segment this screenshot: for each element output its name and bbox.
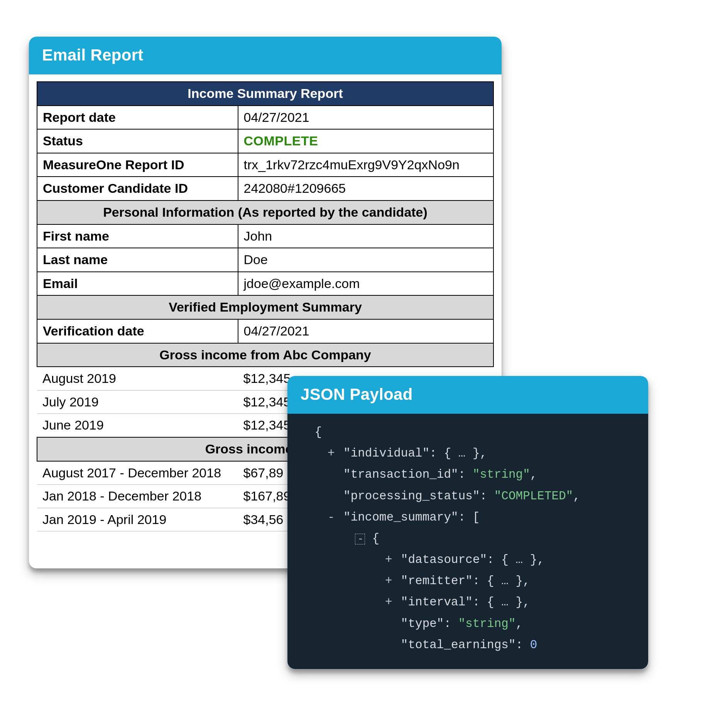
json-payload-body: { + "individual": { … }, "transaction_id… <box>287 414 648 669</box>
email-report-title: Email Report <box>29 37 502 74</box>
row-label: First name <box>37 224 238 248</box>
json-toggle-icon[interactable]: + <box>326 443 336 464</box>
section-personal-info: Personal Information (As reported by the… <box>37 201 493 224</box>
section-income-summary: Income Summary Report <box>37 82 493 106</box>
json-payload-panel: JSON Payload { + "individual": { … }, "t… <box>287 376 648 669</box>
row-label: July 2019 <box>37 390 238 414</box>
row-label: MeasureOne Report ID <box>37 153 238 177</box>
json-toggle-icon[interactable]: - <box>326 507 336 528</box>
row-value: COMPLETE <box>238 129 493 153</box>
row-label: Email <box>37 272 238 296</box>
row-label: Customer Candidate ID <box>37 177 238 201</box>
row-value: trx_1rkv72rzc4muExrg9V9Y2qxNo9n <box>238 153 493 177</box>
json-toggle-icon[interactable]: + <box>384 549 394 570</box>
row-value: John <box>238 224 493 248</box>
row-label: June 2019 <box>37 414 238 437</box>
row-label: Jan 2019 - April 2019 <box>37 508 238 531</box>
row-value: 242080#1209665 <box>238 177 493 201</box>
row-label: Report date <box>37 106 238 130</box>
row-value: 04/27/2021 <box>238 106 493 130</box>
row-label: Status <box>37 129 238 153</box>
json-toggle-icon[interactable]: - <box>355 534 365 544</box>
row-value: Doe <box>238 248 493 272</box>
row-value: jdoe@example.com <box>238 272 493 296</box>
row-value: 04/27/2021 <box>238 319 493 343</box>
section-verified-employment: Verified Employment Summary <box>37 295 493 319</box>
row-label: Jan 2018 - December 2018 <box>37 485 238 508</box>
row-label: Verification date <box>37 319 238 343</box>
section-gross-income-1: Gross income from Abc Company <box>37 343 493 367</box>
row-label: August 2017 - December 2018 <box>37 461 238 485</box>
row-label: Last name <box>37 248 238 272</box>
json-toggle-icon[interactable]: + <box>384 570 394 592</box>
json-payload-title: JSON Payload <box>287 376 648 414</box>
row-label: August 2019 <box>37 367 238 390</box>
json-toggle-icon[interactable]: + <box>384 592 394 613</box>
